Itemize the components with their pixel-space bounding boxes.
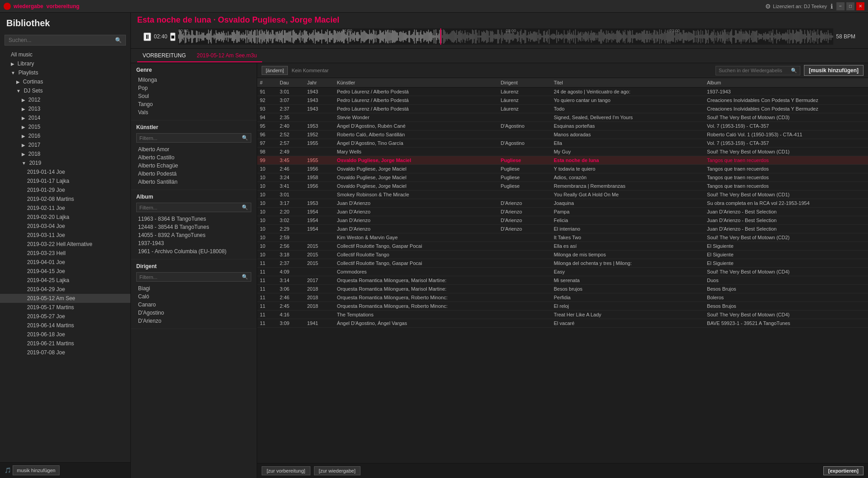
table-row[interactable]: 103:171953Juan D'ArienzoD'ArienzoJoaquin…: [257, 199, 868, 208]
sidebar-item-2017[interactable]: ▶ 2017: [0, 140, 130, 149]
sidebar-item-2019-06-21-martins[interactable]: 2019-06-21 Martins: [0, 339, 130, 348]
waveform-container[interactable]: // Will be drawn by JS below 00:00 01:00…: [178, 28, 833, 45]
filter-album-item[interactable]: 14055 - 8392 A TangoTunes: [136, 231, 251, 239]
sidebar-item-2019-06-18-joe[interactable]: 2019-06-18 Joe: [0, 330, 130, 339]
sidebar-search-input[interactable]: [9, 37, 115, 43]
sidebar-item-2019-02-08-martins[interactable]: 2019-02-08 Martins: [0, 195, 130, 204]
col-header-#[interactable]: #: [257, 78, 277, 88]
sidebar-item-2019-02-20-lajka[interactable]: 2019-02-20 Lajka: [0, 213, 130, 222]
minimize-button[interactable]: −: [836, 2, 845, 10]
table-row[interactable]: 102:461956Osvaldo Pugliese, Jorge Maciel…: [257, 165, 868, 173]
sidebar-item-2019-05-27-joe[interactable]: 2019-05-27 Joe: [0, 312, 130, 321]
sidebar-item-2019-06-14-martins[interactable]: 2019-06-14 Martins: [0, 321, 130, 330]
btn-exportieren[interactable]: [exportieren]: [823, 466, 863, 475]
col-header-jahr[interactable]: Jahr: [305, 78, 334, 88]
sidebar-item-playlists[interactable]: ▼ Playlists: [0, 68, 130, 77]
sidebar-item-2019-07-08-joe[interactable]: 2019-07-08 Joe: [0, 348, 130, 357]
btn-zur-vorbereitung[interactable]: [zur vorbereitung]: [262, 466, 310, 475]
table-row[interactable]: 942:35Stevie WonderSigned, Sealed, Deliv…: [257, 113, 868, 122]
filter-album-item[interactable]: 12448 - 38544 B TangoTunes: [136, 223, 251, 231]
table-row[interactable]: 103:411956Osvaldo Pugliese, Jorge Maciel…: [257, 182, 868, 190]
col-header-künstler[interactable]: Künstler: [334, 78, 498, 88]
filter-genre-item[interactable]: Vals: [136, 108, 251, 116]
sidebar-item-2019-04-25-lajka[interactable]: 2019-04-25 Lajka: [0, 276, 130, 285]
filter-genre-item[interactable]: Pop: [136, 84, 251, 92]
table-row[interactable]: 112:462018Orquesta Romantica Milonguera,…: [257, 293, 868, 302]
table-row[interactable]: 103:01Smokey Robinson & The MiracleYou R…: [257, 190, 868, 199]
filter-album-item[interactable]: 1961 - Archivo Columbia (EU-18008): [136, 247, 251, 255]
sidebar-item-dj-sets[interactable]: ▼ DJ Sets: [0, 86, 130, 95]
filter-artist-item[interactable]: Alberto Echagüe: [136, 162, 251, 170]
sidebar-item-2019-01-14-joe[interactable]: 2019-01-14 Joe: [0, 167, 130, 176]
filter-artist-item[interactable]: Alberto Amor: [136, 145, 251, 153]
col-header-titel[interactable]: Titel: [551, 78, 704, 88]
sidebar-item-2019-01-29-joe[interactable]: 2019-01-29 Joe: [0, 186, 130, 195]
stop-button[interactable]: ■: [170, 32, 175, 41]
filter-artist-search[interactable]: 🔍: [136, 133, 251, 143]
filter-dirigent-input[interactable]: [139, 274, 242, 280]
sidebar-item-all-music[interactable]: All music: [0, 50, 130, 59]
sidebar-item-2019-04-29-joe[interactable]: 2019-04-29 Joe: [0, 285, 130, 294]
sidebar-item-cortinas[interactable]: ▶ Cortinas: [0, 77, 130, 86]
sidebar-item-2019-03-23-hell[interactable]: 2019-03-23 Hell: [0, 249, 130, 258]
filter-dirigent-item[interactable]: Canaro: [136, 301, 251, 309]
toolbar-search-input[interactable]: [719, 68, 791, 73]
filter-dirigent-item[interactable]: Caló: [136, 292, 251, 301]
table-row[interactable]: 103:182015Collectif Roulotte TangoMilong…: [257, 251, 868, 259]
filter-album-item[interactable]: 11963 - 8364 B TangoTunes: [136, 215, 251, 223]
play-pause-button[interactable]: ⏸: [143, 32, 151, 41]
sidebar-item-2019-03-11-joe[interactable]: 2019-03-11 Joe: [0, 231, 130, 240]
btn-zur-wiedergabe[interactable]: [zur wiedergabe]: [314, 466, 360, 475]
table-row[interactable]: 103:021954Juan D'ArienzoD'ArienzoFelicia…: [257, 216, 868, 225]
table-row[interactable]: 993:451955Osvaldo Pugliese, Jorge Maciel…: [257, 156, 868, 165]
sidebar-search-box[interactable]: 🔍: [5, 35, 126, 46]
table-row[interactable]: 114:09CommodoresEasySoul! The Very Best …: [257, 268, 868, 276]
table-row[interactable]: 913:011943Pedro Láurenz / Alberto Podest…: [257, 88, 868, 96]
sidebar-item-2013[interactable]: ▶ 2013: [0, 104, 130, 113]
col-header-dau[interactable]: Dau: [277, 78, 305, 88]
filter-genre-item[interactable]: Soul: [136, 92, 251, 100]
table-row[interactable]: 972:571955Ángel D'Agostino, Tino GarcíaD…: [257, 139, 868, 148]
gear-icon[interactable]: ⚙: [765, 3, 771, 10]
table-row[interactable]: 113:062018Orquesta Romantica Milonguera,…: [257, 285, 868, 293]
filter-album-search[interactable]: 🔍: [136, 203, 251, 212]
table-row[interactable]: 114:16The TemptationsTreat Her Like A La…: [257, 311, 868, 319]
table-row[interactable]: 923:071943Pedro Láurenz / Alberto Podest…: [257, 96, 868, 105]
table-row[interactable]: 952:401953Ángel D'Agostino, Rubén CanéD'…: [257, 122, 868, 130]
sidebar-item-2019-05-17-martins[interactable]: 2019-05-17 Martins: [0, 303, 130, 312]
sidebar-item-2018[interactable]: ▶ 2018: [0, 149, 130, 158]
sidebar-item-2016[interactable]: ▶ 2016: [0, 131, 130, 140]
add-music-button[interactable]: [musik hinzufügen]: [804, 65, 863, 76]
sidebar-item-2019-05-12-am-see[interactable]: 2019-05-12 Am See: [0, 294, 130, 303]
col-header-dirigent[interactable]: Dirigent: [498, 78, 551, 88]
filter-dirigent-item[interactable]: D'Arienzo: [136, 317, 251, 325]
table-row[interactable]: 113:142017Orquesta Romantica Milonguera,…: [257, 276, 868, 285]
table-row[interactable]: 113:091941Ángel D'Agostino, Ángel Vargas…: [257, 319, 868, 328]
info-icon[interactable]: ℹ: [831, 3, 833, 10]
filter-genre-item[interactable]: Tango: [136, 100, 251, 108]
filter-artist-item[interactable]: Alberto Santillán: [136, 178, 251, 186]
filter-artist-item[interactable]: Alberto Castillo: [136, 153, 251, 162]
sidebar-item-2019-03-04-joe[interactable]: 2019-03-04 Joe: [0, 222, 130, 231]
sidebar-item-library[interactable]: ▶ Library: [0, 59, 130, 68]
table-row[interactable]: 102:59Kim Weston & Marvin GayeIt Takes T…: [257, 233, 868, 242]
table-row[interactable]: 102:291954Juan D'ArienzoD'ArienzoEl inte…: [257, 225, 868, 233]
sidebar-add-music-button[interactable]: musik hinzufügen: [13, 465, 60, 475]
col-header-album[interactable]: Album: [704, 78, 868, 88]
table-row[interactable]: 932:371943Pedro Láurenz / Alberto Podest…: [257, 105, 868, 113]
sidebar-item-2019-01-17-lajka[interactable]: 2019-01-17 Lajka: [0, 176, 130, 186]
maximize-button[interactable]: □: [846, 2, 854, 10]
edit-button[interactable]: [ändern]: [262, 66, 288, 75]
filter-genre-item[interactable]: Milonga: [136, 76, 251, 84]
sidebar-item-2012[interactable]: ▶ 2012: [0, 95, 130, 104]
sidebar-item-2019-04-01-joe[interactable]: 2019-04-01 Joe: [0, 258, 130, 267]
filter-album-input[interactable]: [139, 205, 242, 210]
toolbar-search-box[interactable]: 🔍: [716, 66, 800, 75]
sidebar-item-2014[interactable]: ▶ 2014: [0, 113, 130, 122]
table-row[interactable]: 112:452018Orquesta Romantica Milonguera,…: [257, 302, 868, 311]
sidebar-item-2019-03-22-hell[interactable]: 2019-03-22 Hell Alternative: [0, 240, 130, 249]
filter-dirigent-item[interactable]: D'Agostino: [136, 309, 251, 317]
filter-dirigent-search[interactable]: 🔍: [136, 272, 251, 282]
table-row[interactable]: 103:241958Osvaldo Pugliese, Jorge Maciel…: [257, 173, 868, 182]
track-table-container[interactable]: #DauJahrKünstlerDirigentTitelAlbum 913:0…: [257, 78, 868, 463]
